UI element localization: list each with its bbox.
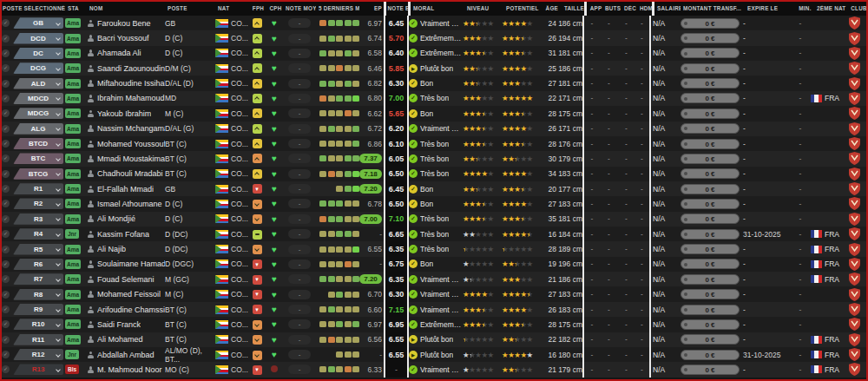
row-check-icon[interactable]: ✓ [2,185,10,193]
club-crest-icon[interactable] [849,92,860,105]
transfer-value-pill[interactable]: 0 € [681,63,740,74]
row-check-icon[interactable]: ✓ [2,260,10,268]
transfer-value-pill[interactable]: 0 € [681,108,740,119]
row-check-icon[interactable]: ✓ [2,154,10,162]
transfer-value-pill[interactable]: 0 € [681,229,740,240]
club-crest-icon[interactable] [849,258,860,271]
row-check-icon[interactable]: ✓ [2,170,10,178]
column-header-hdm[interactable]: HDM [637,5,652,11]
table-row[interactable]: ✓ MDCG Ama Yakoub Ibrahim M (C) CO... ♥ … [0,106,868,121]
position-dropdown[interactable]: BTCD [13,138,63,149]
row-check-icon[interactable]: ✓ [2,35,10,43]
player-name[interactable]: Miftahoudine Issihaka [97,79,165,88]
player-name[interactable]: Ali Mohamed [97,335,143,344]
player-name[interactable]: Chadhouli Mradabi [97,169,163,178]
table-row[interactable]: ✓ BTCD Ama Mohamed Youssouf BT (C) CO...… [0,136,868,151]
table-row[interactable]: ✓ R11 Ama Ali Mohamed BT (C) CO... ♥ - 6… [0,332,868,347]
column-header-ep[interactable]: EP [359,5,384,11]
player-name[interactable]: Fouad Selemani [97,275,155,284]
club-crest-icon[interactable] [849,303,860,316]
row-check-icon[interactable]: ✓ [2,125,10,133]
table-row[interactable]: ✓ R1 Ama El-Fallah Mmadi GB CO... ▼ ♥ - … [0,181,868,196]
column-header-niveau[interactable]: NIVEAU [464,5,503,11]
player-name[interactable]: El-Fallah Mmadi [97,185,154,194]
player-name[interactable]: Mohamed Feissoil [97,290,161,299]
column-header-sta[interactable]: STA [65,5,87,11]
column-header-fph[interactable]: FPH [248,5,266,11]
position-dropdown[interactable]: MDCG [13,108,63,119]
transfer-value-pill[interactable]: 0 € [681,305,740,315]
table-row[interactable]: ✓ MDCD Ama Ibrahim Mahamoud MD CO... ♥ -… [0,91,868,106]
transfer-value-pill[interactable]: 0 € [681,48,740,58]
club-crest-icon[interactable] [849,197,860,210]
column-header-nat[interactable]: NAT [215,5,248,11]
club-crest-icon[interactable] [849,348,860,361]
player-name[interactable]: Ismael Athoumane [97,200,162,208]
column-header-salaire[interactable]: SALAIRE [654,5,681,11]
player-name[interactable]: Mohamed Youssouf [97,140,165,148]
player-name[interactable]: Saidi Franck [97,320,141,329]
club-crest-icon[interactable] [849,227,860,240]
transfer-value-pill[interactable]: 0 € [681,123,740,134]
column-header-note-moy[interactable]: NOTE MOY [283,5,316,11]
table-row[interactable]: ✓ GB Ama Faroukou Bene GB CO... ♥ - 6.97… [0,16,868,30]
row-check-icon[interactable]: ✓ [2,291,10,299]
transfer-value-pill[interactable]: 0 € [681,168,740,179]
transfer-value-pill[interactable]: 0 € [681,213,740,224]
table-row[interactable]: ✓ BTCG Ama Chadhouli Mradabi BT (C) CO..… [0,167,868,181]
transfer-value-pill[interactable]: 0 € [681,93,740,103]
table-row[interactable]: ✓ ALD Ama Miftahoudine Issihaka D/AL (D)… [0,76,868,90]
row-check-icon[interactable]: ✓ [2,230,10,238]
table-row[interactable]: ✓ R7 Ama Fouad Selemani M (GC) CO... ▼ ♥… [0,272,868,286]
position-dropdown[interactable]: R1 [13,183,63,194]
column-header-app[interactable]: APP [587,5,602,11]
transfer-value-pill[interactable]: 0 € [681,33,740,43]
position-dropdown[interactable]: R2 [13,198,63,209]
column-header-poste-selectionne[interactable]: POSTE SÉLECTIONNÉ ▲ [0,5,65,11]
column-header-dec[interactable]: DÉC [621,5,637,11]
position-dropdown[interactable]: R12 [13,349,63,360]
row-check-icon[interactable]: ✓ [2,95,10,102]
club-crest-icon[interactable] [849,77,860,90]
club-crest-icon[interactable] [849,273,860,286]
table-row[interactable]: ✓ R9 Ama Arifoudine Chamssidine BT (C) C… [0,302,868,317]
player-name[interactable]: Kassim Fofana [97,230,149,239]
row-check-icon[interactable]: ✓ [2,64,10,72]
column-header-potentiel[interactable]: POTENTIEL [503,5,542,11]
position-dropdown[interactable]: R3 [13,213,63,225]
column-header-5-derniers-matchs[interactable]: 5 DERNIERS MATCHS [316,5,359,11]
table-row[interactable]: ✓ R12 Jnr Abdallah Ambad AL/MO (D), BT..… [0,347,868,362]
row-check-icon[interactable]: ✓ [2,140,10,148]
column-header-buts[interactable]: BUTS [602,5,621,11]
table-row[interactable]: ✓ R4 Jnr Kassim Fofana D (DC) CO... ♥ - … [0,227,868,241]
club-crest-icon[interactable] [849,122,860,135]
club-crest-icon[interactable] [849,213,860,226]
player-name[interactable]: Abdallah Ambad [97,351,155,359]
column-header-moral[interactable]: MORAL [411,5,464,11]
column-header-montant-transfert[interactable]: MONTANT TRANSF... [681,5,745,11]
player-name[interactable]: Mmadi Moustakima [97,154,165,163]
position-dropdown[interactable]: DC [13,48,63,59]
position-dropdown[interactable]: R7 [13,273,63,285]
row-check-icon[interactable]: ✓ [2,109,10,117]
player-name[interactable]: Ahamada Ali [97,49,141,57]
player-name[interactable]: M. Mahmoud Noor [97,365,162,374]
transfer-value-pill[interactable]: 0 € [681,78,740,89]
column-header-poste[interactable]: POSTE [165,5,215,11]
table-row[interactable]: ✓ DCG Ama Saandi Zaounoudine D/M (C) CO.… [0,61,868,76]
position-dropdown[interactable]: R13 [13,364,63,375]
club-crest-icon[interactable] [849,318,860,331]
table-row[interactable]: ✓ R8 Ama Mohamed Feissoil M (C) CO... ▼ … [0,286,868,301]
position-dropdown[interactable]: BTC [13,153,63,164]
position-dropdown[interactable]: R8 [13,289,63,300]
club-crest-icon[interactable] [849,152,860,165]
club-crest-icon[interactable] [849,243,860,256]
club-crest-icon[interactable] [849,62,860,75]
column-header-2eme-nat[interactable]: 2ÈME NAT [814,5,849,11]
transfer-value-pill[interactable]: 0 € [681,289,740,299]
position-dropdown[interactable]: R11 [13,334,63,345]
row-check-icon[interactable]: ✓ [2,351,10,358]
row-check-icon[interactable]: ✓ [2,246,10,253]
table-row[interactable]: ✓ R5 Ama Ali Najib D (DC) CO... ♥ - 6.55… [0,241,868,256]
transfer-value-pill[interactable]: 0 € [681,319,740,330]
